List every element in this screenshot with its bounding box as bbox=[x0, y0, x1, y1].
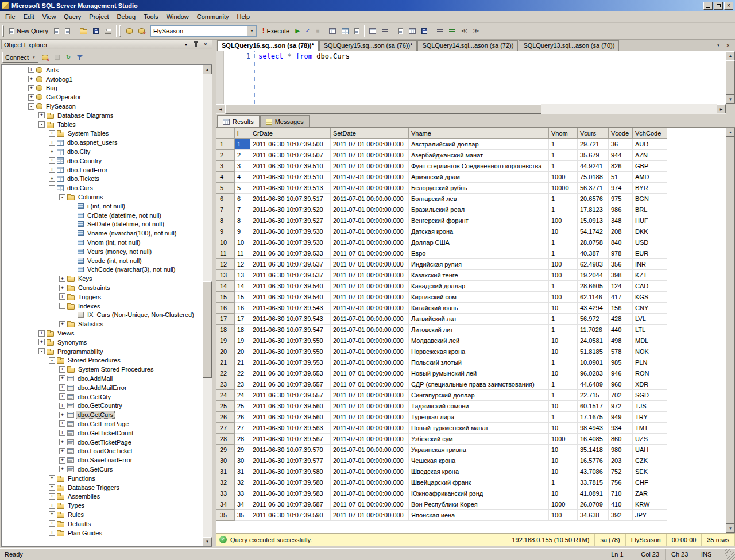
expand-icon[interactable]: + bbox=[59, 293, 65, 300]
doc-tab-sqlquery15-sq-son-sa-76[interactable]: SQLQuery15.sq...son (sa (76))* bbox=[319, 40, 417, 51]
grid-cell[interactable]: BYR bbox=[633, 183, 667, 194]
grid-cell[interactable]: 2011-07-01 00:00:00.000 bbox=[331, 303, 409, 314]
grid-cell[interactable]: Вон Республики Корея bbox=[409, 499, 549, 510]
grid-cell[interactable]: 2011-07-01 00:00:00.000 bbox=[331, 455, 409, 466]
grid-cell[interactable]: 40.387 bbox=[578, 248, 609, 259]
grid-cell[interactable]: 1 bbox=[549, 412, 578, 423]
grid-cell[interactable]: Молдавский лей bbox=[409, 335, 549, 346]
grid-cell[interactable]: 440 bbox=[609, 325, 633, 335]
row-header[interactable]: 9 bbox=[216, 226, 235, 237]
grid-cell[interactable]: PLN bbox=[633, 357, 667, 368]
expand-icon[interactable]: + bbox=[59, 420, 65, 427]
grid-cell[interactable]: 26 bbox=[235, 412, 250, 423]
tree-item-caroperator[interactable]: +CarOperator bbox=[2, 92, 203, 102]
grid-cell[interactable]: 2011-07-01 00:00:00.000 bbox=[331, 390, 409, 401]
grid-cell[interactable]: CZK bbox=[633, 455, 667, 466]
grid-cell[interactable]: 35.1418 bbox=[578, 445, 609, 455]
grid-cell[interactable]: 75.0188 bbox=[578, 172, 609, 183]
tree-item-vcode-int-not-null[interactable]: Vcode (int, not null) bbox=[2, 256, 203, 265]
expand-icon[interactable]: + bbox=[28, 67, 34, 73]
grid-cell[interactable]: 31 bbox=[235, 466, 250, 477]
row-header[interactable]: 17 bbox=[216, 314, 235, 325]
grid-cell[interactable]: Новый румынский лей bbox=[409, 368, 549, 379]
specify-template-parameters-button[interactable] bbox=[351, 25, 362, 37]
grid-cell[interactable]: 13 bbox=[235, 270, 250, 281]
scroll-up-button[interactable]: ▲ bbox=[203, 65, 212, 74]
tree-item-views[interactable]: +Views bbox=[2, 329, 203, 338]
grid-cell[interactable]: 12 bbox=[235, 259, 250, 270]
comment-selection-button[interactable] bbox=[434, 25, 446, 37]
grid-cell[interactable]: 18 bbox=[235, 325, 250, 335]
expand-icon[interactable]: + bbox=[49, 511, 55, 517]
refresh-button[interactable]: ↻ bbox=[63, 51, 74, 64]
expand-icon[interactable]: + bbox=[59, 393, 65, 400]
row-header[interactable]: 10 bbox=[216, 237, 235, 248]
grid-cell[interactable]: 54.1742 bbox=[578, 226, 609, 237]
grid-cell[interactable]: 19.2044 bbox=[578, 270, 609, 281]
grid-cell[interactable]: 10 bbox=[549, 226, 578, 237]
cancel-query-button[interactable]: ■ bbox=[313, 25, 322, 37]
grid-cell[interactable]: Индийская рупия bbox=[409, 259, 549, 270]
save-button[interactable] bbox=[90, 25, 102, 37]
grid-cell[interactable]: 10 bbox=[549, 488, 578, 499]
grid-cell[interactable]: UZS bbox=[633, 434, 667, 445]
grid-cell[interactable]: Узбекский сум bbox=[409, 434, 549, 445]
menu-community[interactable]: Community bbox=[193, 11, 233, 22]
grid-cell[interactable]: 2011-07-01 00:00:00.000 bbox=[331, 204, 409, 215]
expand-icon[interactable]: + bbox=[49, 130, 55, 137]
menu-project[interactable]: Project bbox=[85, 11, 113, 22]
editor-horizontal-scrollbar[interactable]: ◀ ▶ bbox=[216, 104, 726, 114]
grid-cell[interactable]: 2011-07-01 00:00:00.000 bbox=[331, 139, 409, 150]
grid-cell[interactable]: 22.715 bbox=[578, 390, 609, 401]
grid-cell[interactable]: Датская крона bbox=[409, 226, 549, 237]
grid-cell[interactable]: Австралийский доллар bbox=[409, 139, 549, 150]
scrollbar-thumb[interactable] bbox=[203, 281, 212, 378]
grid-cell[interactable]: DKK bbox=[633, 226, 667, 237]
grid-cell[interactable]: 2011-06-30 10:07:39.530 bbox=[250, 237, 331, 248]
tree-item-indexes[interactable]: -Indexes bbox=[2, 302, 203, 311]
close-document-button[interactable]: × bbox=[724, 41, 732, 49]
row-header[interactable]: 20 bbox=[216, 346, 235, 357]
grid-cell[interactable]: 2011-07-01 00:00:00.000 bbox=[331, 335, 409, 346]
grid-cell[interactable]: 1 bbox=[235, 139, 250, 150]
tree-item-assemblies[interactable]: +Assemblies bbox=[2, 492, 203, 501]
grid-cell[interactable]: 21 bbox=[235, 357, 250, 368]
scrollbar-thumb[interactable] bbox=[225, 104, 541, 114]
disconnect-button[interactable] bbox=[39, 51, 51, 64]
grid-cell[interactable]: 2011-07-01 00:00:00.000 bbox=[331, 183, 409, 194]
grid-cell[interactable]: LVL bbox=[633, 314, 667, 325]
grid-cell[interactable]: 2011-06-30 10:07:39.527 bbox=[250, 215, 331, 226]
expand-icon[interactable]: + bbox=[38, 339, 45, 345]
grid-cell[interactable]: 398 bbox=[609, 270, 633, 281]
row-header[interactable]: 34 bbox=[216, 499, 235, 510]
tree-item-dbo-getcity[interactable]: +dbo.GetCity bbox=[2, 392, 203, 401]
scroll-down-button[interactable]: ▼ bbox=[726, 524, 735, 533]
row-header[interactable]: 33 bbox=[216, 488, 235, 499]
row-header[interactable]: 29 bbox=[216, 445, 235, 455]
grid-cell[interactable]: 44.9241 bbox=[578, 161, 609, 172]
grid-cell[interactable]: 410 bbox=[609, 499, 633, 510]
grid-cell[interactable]: Белорусский рубль bbox=[409, 183, 549, 194]
tree-item-statistics[interactable]: +Statistics bbox=[2, 319, 203, 329]
grid-cell[interactable]: BGN bbox=[633, 194, 667, 204]
grid-cell[interactable]: AUD bbox=[633, 139, 667, 150]
grid-cell[interactable]: 2011-07-01 00:00:00.000 bbox=[331, 292, 409, 303]
tree-item-airts[interactable]: +Airts bbox=[2, 65, 203, 75]
grid-cell[interactable]: CAD bbox=[633, 281, 667, 292]
grid-cell[interactable]: 2011-06-30 10:07:39.583 bbox=[250, 488, 331, 499]
grid-cell[interactable]: 32 bbox=[235, 477, 250, 488]
grid-cell[interactable]: 10 bbox=[549, 455, 578, 466]
expand-icon[interactable]: + bbox=[59, 375, 65, 381]
doc-tab-sqlquery13-sql-ason-sa-7[interactable]: SQLQuery13.sql...ason (sa (70)) bbox=[519, 40, 619, 51]
editor-vertical-scrollbar[interactable]: ▲ ▼ bbox=[726, 51, 735, 104]
grid-cell[interactable]: 3 bbox=[235, 161, 250, 172]
grid-cell[interactable]: 8 bbox=[235, 215, 250, 226]
row-header[interactable]: 11 bbox=[216, 248, 235, 259]
tree-item-database-triggers[interactable]: +Database Triggers bbox=[2, 483, 203, 492]
grid-cell[interactable]: 985 bbox=[609, 357, 633, 368]
grid-cell[interactable]: 35 bbox=[235, 510, 250, 521]
row-header[interactable]: 30 bbox=[216, 455, 235, 466]
grid-cell[interactable]: 1 bbox=[549, 150, 578, 161]
grid-cell[interactable]: AMD bbox=[633, 172, 667, 183]
grid-cell[interactable]: 2011-06-30 10:07:39.570 bbox=[250, 445, 331, 455]
